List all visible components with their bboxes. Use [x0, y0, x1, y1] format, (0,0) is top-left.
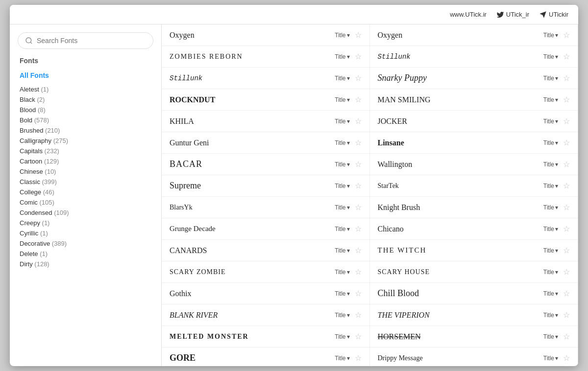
star-icon[interactable]: ☆: [563, 353, 570, 363]
star-icon[interactable]: ☆: [563, 95, 570, 104]
star-icon[interactable]: ☆: [563, 267, 570, 277]
star-icon[interactable]: ☆: [563, 224, 570, 233]
star-icon[interactable]: ☆: [563, 52, 570, 61]
star-icon[interactable]: ☆: [355, 224, 362, 233]
font-style-dropdown[interactable]: Title ▾: [543, 247, 558, 254]
font-style-dropdown[interactable]: Title ▾: [335, 247, 349, 254]
font-style-dropdown[interactable]: Title ▾: [335, 204, 349, 211]
sidebar-item[interactable]: Capitals (232): [18, 146, 153, 156]
font-style-dropdown[interactable]: Title ▾: [543, 204, 558, 211]
sidebar-item[interactable]: College (46): [18, 187, 153, 197]
font-style-dropdown[interactable]: Title ▾: [335, 226, 349, 232]
font-row: OxygenTitle ▾☆: [370, 24, 578, 46]
font-style-dropdown[interactable]: Title ▾: [543, 53, 558, 60]
font-style-dropdown[interactable]: Title ▾: [543, 333, 558, 340]
sidebar-item[interactable]: Blood (8): [18, 105, 153, 115]
star-icon[interactable]: ☆: [355, 353, 362, 363]
font-name: Chicano: [378, 225, 539, 233]
font-style-dropdown[interactable]: Title ▾: [335, 118, 349, 125]
star-icon[interactable]: ☆: [355, 52, 362, 61]
font-name: BlarsYk: [170, 204, 330, 211]
star-icon[interactable]: ☆: [563, 30, 570, 40]
star-icon[interactable]: ☆: [355, 95, 362, 104]
star-icon[interactable]: ☆: [563, 246, 570, 255]
sidebar-item[interactable]: Black (2): [18, 94, 153, 105]
font-style-dropdown[interactable]: Title ▾: [543, 118, 558, 125]
sidebar-item[interactable]: Cyrillic (1): [18, 228, 153, 238]
star-icon[interactable]: ☆: [563, 73, 570, 83]
sidebar-item-count: (1): [40, 230, 48, 237]
star-icon[interactable]: ☆: [355, 30, 362, 40]
sidebar-item[interactable]: Cartoon (129): [18, 156, 153, 166]
star-icon[interactable]: ☆: [355, 310, 362, 320]
font-style-dropdown[interactable]: Title ▾: [543, 269, 558, 276]
sidebar-item[interactable]: Aletest (1): [18, 84, 153, 94]
star-icon[interactable]: ☆: [563, 332, 570, 341]
font-style-dropdown[interactable]: Title ▾: [335, 139, 349, 146]
search-box[interactable]: [18, 32, 153, 49]
sidebar-item[interactable]: Comic (105): [18, 197, 153, 208]
font-style-dropdown[interactable]: Title ▾: [543, 226, 558, 232]
font-row: WallingtonTitle ▾☆: [370, 154, 578, 175]
dropdown-arrow-icon: ▾: [347, 96, 350, 103]
font-style-dropdown[interactable]: Title ▾: [543, 290, 558, 297]
star-icon[interactable]: ☆: [563, 138, 570, 147]
font-style-dropdown[interactable]: Title ▾: [543, 32, 558, 39]
font-style-dropdown[interactable]: Title ▾: [543, 183, 558, 189]
sidebar-item[interactable]: Dirty (128): [18, 259, 153, 269]
star-icon[interactable]: ☆: [355, 267, 362, 277]
star-icon[interactable]: ☆: [563, 160, 570, 169]
font-style-dropdown[interactable]: Title ▾: [335, 96, 349, 103]
sidebar-item[interactable]: Decorative (389): [18, 238, 153, 249]
font-style-dropdown[interactable]: Title ▾: [335, 183, 349, 189]
font-style-dropdown[interactable]: Title ▾: [543, 355, 558, 362]
sidebar-item[interactable]: Calligraphy (275): [18, 136, 153, 146]
font-style-dropdown[interactable]: Title ▾: [335, 75, 349, 82]
sidebar-item[interactable]: Classic (399): [18, 177, 153, 187]
dropdown-arrow-icon: ▾: [347, 247, 350, 254]
star-icon[interactable]: ☆: [563, 116, 570, 126]
sidebar-item-label: Bold: [20, 116, 32, 124]
star-icon[interactable]: ☆: [563, 203, 570, 212]
font-name: Supreme: [170, 181, 330, 191]
font-style-dropdown[interactable]: Title ▾: [543, 139, 558, 146]
star-icon[interactable]: ☆: [355, 246, 362, 255]
star-icon[interactable]: ☆: [355, 160, 362, 169]
sidebar-all-fonts[interactable]: All Fonts: [18, 70, 153, 81]
font-style-dropdown[interactable]: Title ▾: [335, 269, 349, 276]
sidebar-item[interactable]: Condensed (109): [18, 208, 153, 218]
font-style-dropdown[interactable]: Title ▾: [335, 312, 349, 319]
sidebar-item-label: Delete: [20, 250, 38, 257]
font-style-dropdown[interactable]: Title ▾: [335, 290, 349, 297]
font-style-dropdown[interactable]: Title ▾: [335, 333, 349, 340]
star-icon[interactable]: ☆: [355, 203, 362, 212]
star-icon[interactable]: ☆: [563, 289, 570, 298]
font-style-dropdown[interactable]: Title ▾: [335, 53, 349, 60]
font-row: Chill BloodTitle ▾☆: [370, 283, 578, 304]
font-style-dropdown[interactable]: Title ▾: [543, 161, 558, 168]
star-icon[interactable]: ☆: [355, 73, 362, 83]
font-style-dropdown[interactable]: Title ▾: [335, 355, 349, 362]
search-input[interactable]: [37, 37, 146, 45]
sidebar-item[interactable]: Delete (1): [18, 249, 153, 259]
font-style-dropdown[interactable]: Title ▾: [543, 75, 558, 82]
font-name: JOCKER: [378, 117, 539, 126]
star-icon[interactable]: ☆: [355, 138, 362, 147]
star-icon[interactable]: ☆: [355, 181, 362, 190]
star-icon[interactable]: ☆: [355, 332, 362, 341]
sidebar-item[interactable]: Creepy (1): [18, 218, 153, 228]
font-style-dropdown[interactable]: Title ▾: [335, 161, 349, 168]
font-style-dropdown[interactable]: Title ▾: [543, 312, 558, 319]
star-icon[interactable]: ☆: [355, 289, 362, 298]
dropdown-arrow-icon: ▾: [555, 96, 558, 103]
sidebar-item[interactable]: Brushed (210): [18, 125, 153, 136]
sidebar-item[interactable]: Chinese (10): [18, 166, 153, 177]
star-icon[interactable]: ☆: [563, 310, 570, 320]
font-style-dropdown[interactable]: Title ▾: [543, 96, 558, 103]
main-content: Fonts All Fonts Aletest (1)Black (2)Bloo…: [10, 24, 578, 366]
star-icon[interactable]: ☆: [355, 116, 362, 126]
sidebar-item[interactable]: Bold (578): [18, 115, 153, 125]
star-icon[interactable]: ☆: [563, 181, 570, 190]
dropdown-arrow-icon: ▾: [347, 312, 350, 319]
font-style-dropdown[interactable]: Title ▾: [335, 32, 349, 39]
